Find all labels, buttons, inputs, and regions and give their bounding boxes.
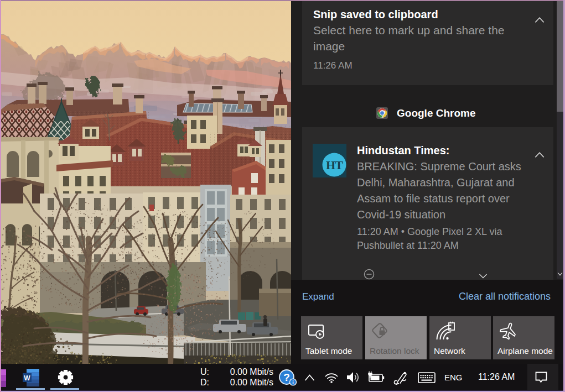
svg-text:i: i [292,380,294,385]
svg-text:HT: HT [326,158,343,172]
svg-text:W: W [24,374,30,382]
svg-text:?: ? [283,372,290,383]
